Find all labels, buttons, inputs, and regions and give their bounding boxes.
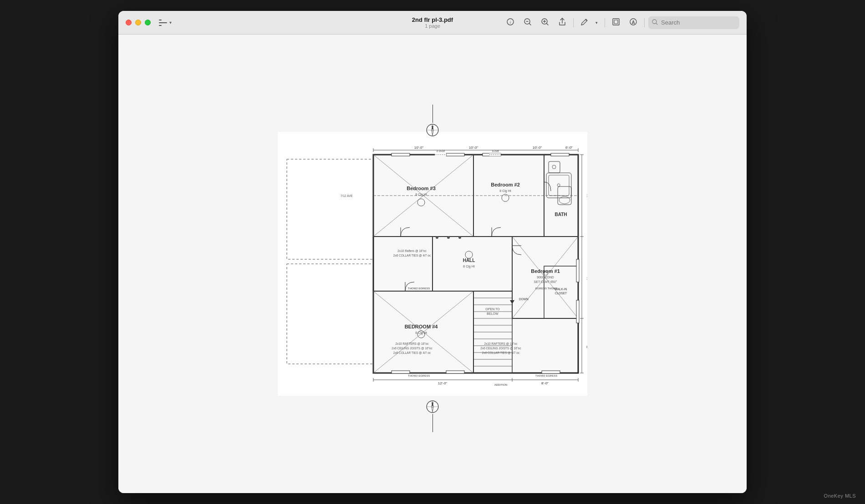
- svg-text:10'-0": 10'-0": [586, 194, 587, 198]
- svg-text:8'-0": 8'-0": [541, 381, 549, 385]
- svg-line-8: [547, 23, 549, 25]
- svg-text:EGRESS THOW2: EGRESS THOW2: [535, 287, 558, 290]
- toolbar-divider-2: [605, 18, 605, 27]
- svg-text:2x6 COLLAR TIES @ 4/7 oc: 2x6 COLLAR TIES @ 4/7 oc: [393, 254, 431, 257]
- floor-plan-svg: 10'-0" 10'-0" 10'-0" 6'-0": [278, 132, 587, 396]
- share-button[interactable]: [555, 15, 570, 30]
- svg-point-143: [458, 236, 461, 239]
- zoom-out-button[interactable]: [520, 15, 535, 30]
- north-compass-top: N: [425, 123, 440, 137]
- fit-page-icon: [612, 18, 620, 28]
- info-icon: i: [507, 18, 514, 27]
- zoom-in-button[interactable]: [538, 15, 552, 30]
- svg-text:8 Clg Ht: 8 Clg Ht: [499, 189, 511, 193]
- svg-rect-103: [576, 300, 579, 323]
- north-line-top: [432, 105, 433, 123]
- svg-rect-33: [373, 155, 578, 373]
- svg-text:Bedroom #2: Bedroom #2: [491, 182, 520, 187]
- toolbar-divider: [573, 18, 574, 27]
- watermark: OneKey MLS: [824, 493, 856, 499]
- annotate-button[interactable]: [577, 16, 592, 29]
- svg-text:A: A: [631, 20, 635, 25]
- svg-text:2x6 COLLAR TIES @ 4/7 oc: 2x6 COLLAR TIES @ 4/7 oc: [393, 351, 431, 354]
- svg-text:DOWN: DOWN: [519, 297, 529, 301]
- blueprint-container: N 10'-0" 10'-0" 10'-0: [278, 132, 587, 396]
- svg-text:2x6 CEILING JOISTS @ 16"oc: 2x6 CEILING JOISTS @ 16"oc: [480, 347, 521, 350]
- title-bar: ▾ 2nd flr pl-3.pdf 1 page i: [118, 11, 747, 35]
- svg-text:ADDITION: ADDITION: [494, 383, 508, 386]
- svg-text:i: i: [510, 20, 511, 25]
- north-line-bottom: [432, 414, 433, 432]
- north-arrow-bottom: N: [425, 399, 440, 432]
- svg-text:Bedroom #1: Bedroom #1: [531, 268, 560, 274]
- svg-text:6'-0": 6'-0": [565, 146, 573, 150]
- share-icon: [559, 18, 566, 28]
- zoom-in-icon: [541, 18, 549, 28]
- svg-text:2x10 RAFTERS @ 16"oc: 2x10 RAFTERS @ 16"oc: [396, 342, 429, 345]
- svg-text:12'-0": 12'-0": [438, 381, 448, 385]
- svg-text:BEDROOM #4: BEDROOM #4: [405, 324, 438, 329]
- svg-rect-106: [542, 371, 560, 373]
- pencil-icon: [581, 18, 588, 27]
- svg-text:10'-0": 10'-0": [586, 277, 587, 281]
- svg-text:THOW2 EGRESS: THOW2 EGRESS: [535, 374, 557, 377]
- svg-point-142: [447, 236, 450, 239]
- redact-button[interactable]: A: [626, 15, 641, 30]
- north-arrow-top: N: [425, 105, 440, 137]
- svg-text:2-2x10: 2-2x10: [437, 150, 445, 152]
- svg-text:7/12 AVE: 7/12 AVE: [341, 194, 353, 197]
- svg-text:10'-0": 10'-0": [469, 146, 478, 150]
- page-count: 1 page: [412, 23, 453, 29]
- svg-text:9000'COND: 9000'COND: [537, 276, 554, 279]
- annotate-dropdown-button[interactable]: ▾: [592, 16, 601, 29]
- svg-text:HALL: HALL: [463, 258, 475, 263]
- svg-text:THOW2 EGRESS: THOW2 EGRESS: [408, 374, 430, 377]
- traffic-lights: [126, 20, 151, 25]
- chevron-down-icon: ▾: [595, 20, 598, 25]
- sidebar-icon: [159, 20, 167, 26]
- close-button[interactable]: [126, 20, 132, 25]
- svg-text:8 Clg Ht: 8 Clg Ht: [415, 331, 427, 335]
- svg-point-141: [436, 236, 438, 239]
- svg-text:BELOW: BELOW: [487, 312, 499, 315]
- svg-rect-105: [446, 371, 464, 373]
- svg-text:8 Clg Ht: 8 Clg Ht: [415, 193, 427, 197]
- title-info: 2nd flr pl-3.pdf 1 page: [412, 16, 453, 29]
- svg-rect-98: [392, 153, 410, 156]
- svg-rect-104: [392, 371, 410, 373]
- content-area: N 10'-0" 10'-0" 10'-0: [118, 35, 747, 493]
- svg-rect-102: [576, 259, 579, 282]
- toolbar-right: i: [503, 15, 739, 30]
- svg-rect-10: [613, 19, 619, 25]
- sidebar-toggle[interactable]: ▾: [156, 18, 174, 28]
- svg-text:BATH: BATH: [555, 212, 567, 217]
- svg-text:SET CLMT 650°: SET CLMT 650°: [534, 280, 557, 283]
- minimize-button[interactable]: [135, 20, 141, 25]
- svg-line-4: [529, 23, 531, 25]
- app-window: ▾ 2nd flr pl-3.pdf 1 page i: [118, 11, 747, 493]
- annotate-group: ▾: [577, 16, 601, 29]
- svg-text:Bedroom #3: Bedroom #3: [407, 186, 436, 191]
- svg-text:2x6 COLLAR TIES @ 4/7 oc: 2x6 COLLAR TIES @ 4/7 oc: [482, 351, 520, 354]
- svg-text:3-2x8: 3-2x8: [492, 150, 499, 152]
- svg-rect-99: [446, 153, 464, 156]
- svg-text:10'-0": 10'-0": [533, 146, 542, 150]
- svg-text:8 Clg Ht: 8 Clg Ht: [463, 265, 474, 268]
- file-title: 2nd flr pl-3.pdf: [412, 16, 453, 23]
- redact-icon: A: [629, 18, 637, 28]
- info-button[interactable]: i: [503, 15, 518, 30]
- svg-text:2x10 Rafters @ 16"oc: 2x10 Rafters @ 16"oc: [397, 249, 427, 252]
- svg-text:OPEN TO: OPEN TO: [485, 307, 500, 311]
- search-input[interactable]: [648, 16, 739, 29]
- toolbar-divider-3: [644, 18, 645, 27]
- svg-rect-101: [551, 153, 569, 156]
- svg-rect-11: [614, 20, 618, 24]
- svg-text:CLOSET: CLOSET: [555, 292, 567, 295]
- svg-text:THOW2 EGRESS: THOW2 EGRESS: [408, 287, 430, 290]
- svg-text:10'-0": 10'-0": [414, 146, 424, 150]
- maximize-button[interactable]: [145, 20, 151, 25]
- fit-page-button[interactable]: [609, 15, 623, 30]
- search-wrapper: [648, 16, 739, 29]
- svg-text:8'-0": 8'-0": [586, 345, 587, 349]
- svg-text:2x10 RAFTERS @ 16"oc: 2x10 RAFTERS @ 16"oc: [484, 342, 518, 345]
